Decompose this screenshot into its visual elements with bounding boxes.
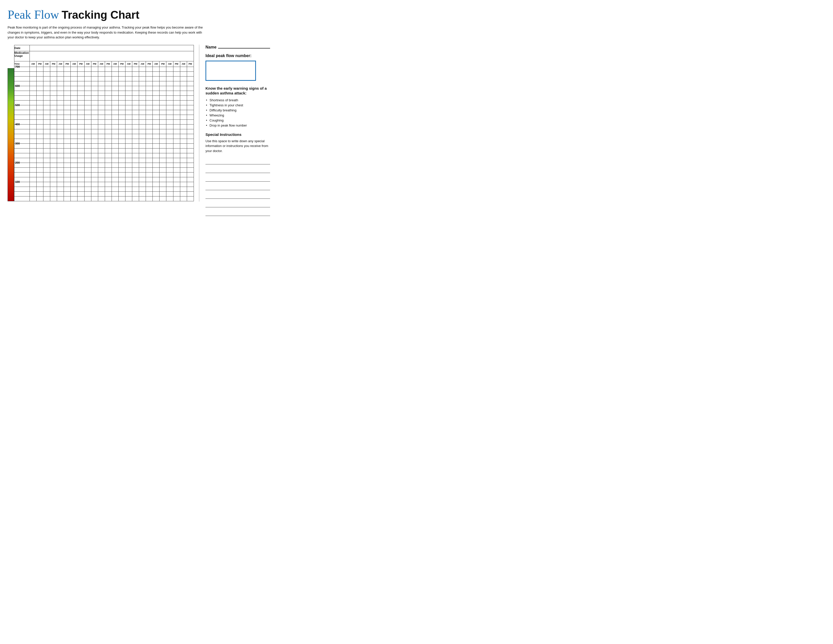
cell[interactable]: [98, 71, 105, 76]
cell[interactable]: [139, 95, 146, 100]
cell[interactable]: [98, 86, 105, 91]
cell[interactable]: [118, 76, 125, 81]
cell[interactable]: [29, 148, 36, 153]
cell[interactable]: [159, 172, 166, 177]
cell[interactable]: [153, 187, 159, 192]
cell[interactable]: [118, 167, 125, 172]
cell[interactable]: [50, 138, 57, 143]
cell[interactable]: [98, 192, 105, 196]
cell[interactable]: [166, 110, 173, 115]
cell[interactable]: [180, 115, 187, 119]
cell[interactable]: [132, 129, 139, 134]
cell[interactable]: [159, 148, 166, 153]
cell[interactable]: [125, 163, 132, 167]
cell[interactable]: [159, 182, 166, 187]
cell[interactable]: [180, 196, 187, 201]
cell[interactable]: [159, 81, 166, 86]
cell[interactable]: [77, 182, 84, 187]
cell[interactable]: [187, 124, 194, 129]
cell[interactable]: [132, 71, 139, 76]
cell[interactable]: [105, 105, 112, 110]
cell[interactable]: [29, 196, 36, 201]
cell[interactable]: [173, 124, 180, 129]
cell[interactable]: [84, 81, 91, 86]
cell[interactable]: [146, 167, 153, 172]
cell[interactable]: [159, 76, 166, 81]
cell[interactable]: [98, 153, 105, 158]
cell[interactable]: [166, 119, 173, 124]
cell[interactable]: [132, 143, 139, 148]
cell[interactable]: [71, 115, 77, 119]
cell[interactable]: [64, 143, 71, 148]
cell[interactable]: [146, 172, 153, 177]
cell[interactable]: [125, 143, 132, 148]
cell[interactable]: [71, 192, 77, 196]
cell[interactable]: [187, 134, 194, 138]
cell[interactable]: [112, 182, 118, 187]
cell[interactable]: [173, 177, 180, 182]
cell[interactable]: [132, 177, 139, 182]
cell[interactable]: [29, 172, 36, 177]
cell[interactable]: [77, 148, 84, 153]
cell[interactable]: [132, 81, 139, 86]
cell[interactable]: [98, 95, 105, 100]
cell[interactable]: [105, 76, 112, 81]
cell[interactable]: [118, 138, 125, 143]
cell[interactable]: [98, 148, 105, 153]
cell[interactable]: [112, 192, 118, 196]
cell[interactable]: [180, 110, 187, 115]
cell[interactable]: [105, 143, 112, 148]
cell[interactable]: [132, 158, 139, 163]
cell[interactable]: [132, 148, 139, 153]
cell[interactable]: [159, 86, 166, 91]
cell[interactable]: [146, 143, 153, 148]
cell[interactable]: [166, 172, 173, 177]
cell[interactable]: [180, 134, 187, 138]
cell[interactable]: [180, 163, 187, 167]
cell[interactable]: [77, 167, 84, 172]
cell[interactable]: [64, 95, 71, 100]
cell[interactable]: [36, 192, 43, 196]
cell[interactable]: [187, 196, 194, 201]
cell[interactable]: [50, 86, 57, 91]
cell[interactable]: [43, 129, 50, 134]
cell[interactable]: [112, 76, 118, 81]
cell[interactable]: [180, 76, 187, 81]
cell[interactable]: [57, 158, 64, 163]
cell[interactable]: [180, 158, 187, 163]
cell[interactable]: [50, 76, 57, 81]
cell[interactable]: [180, 153, 187, 158]
cell[interactable]: [43, 192, 50, 196]
cell[interactable]: [166, 95, 173, 100]
cell[interactable]: [132, 100, 139, 105]
cell[interactable]: [64, 71, 71, 76]
cell[interactable]: [91, 187, 98, 192]
cell[interactable]: [105, 129, 112, 134]
cell[interactable]: [118, 182, 125, 187]
cell[interactable]: [36, 115, 43, 119]
cell[interactable]: [180, 187, 187, 192]
cell[interactable]: [98, 163, 105, 167]
cell[interactable]: [112, 143, 118, 148]
cell[interactable]: [173, 71, 180, 76]
cell[interactable]: [118, 129, 125, 134]
cell[interactable]: [132, 95, 139, 100]
cell[interactable]: [153, 172, 159, 177]
cell[interactable]: [125, 187, 132, 192]
cell[interactable]: [187, 86, 194, 91]
cell[interactable]: [71, 153, 77, 158]
cell[interactable]: [64, 119, 71, 124]
cell[interactable]: [57, 187, 64, 192]
cell[interactable]: [180, 91, 187, 95]
cell[interactable]: [125, 91, 132, 95]
cell[interactable]: [36, 143, 43, 148]
cell[interactable]: [71, 67, 77, 71]
cell[interactable]: [50, 71, 57, 76]
write-line-5[interactable]: [206, 192, 270, 199]
cell[interactable]: [159, 163, 166, 167]
cell[interactable]: [153, 177, 159, 182]
cell[interactable]: [146, 119, 153, 124]
cell[interactable]: [57, 110, 64, 115]
cell[interactable]: [43, 153, 50, 158]
cell[interactable]: [166, 153, 173, 158]
